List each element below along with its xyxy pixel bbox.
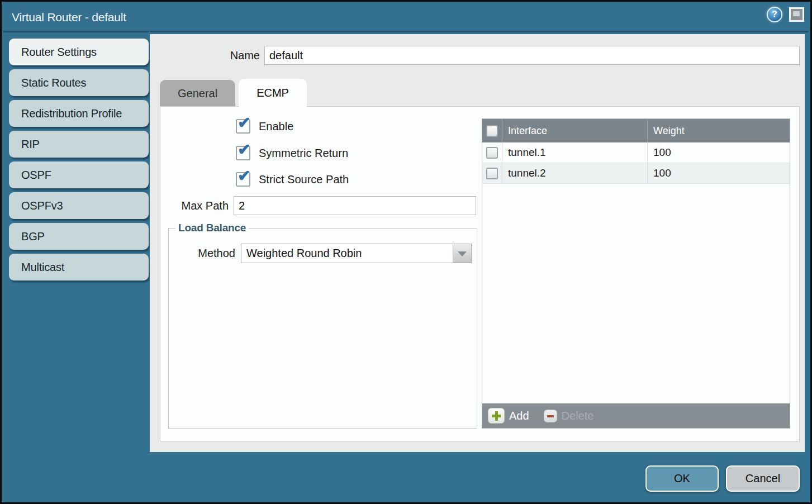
row-checkbox[interactable]	[486, 147, 498, 159]
sidebar: Router Settings Static Routes Redistribu…	[3, 34, 150, 501]
method-dropdown-button[interactable]	[453, 244, 471, 263]
window-restore-icon[interactable]	[789, 7, 804, 22]
sidebar-item-ospfv3[interactable]: OSPFv3	[9, 192, 149, 219]
sidebar-item-rip[interactable]: RIP	[9, 131, 149, 158]
max-path-input[interactable]	[234, 196, 476, 215]
window-restore-inner	[793, 11, 800, 16]
ok-button[interactable]: OK	[645, 465, 719, 492]
checkbox-checked-icon: ✔	[238, 168, 250, 184]
ecmp-panel: ✔ Enable ✔ Symmetric Return ✔ Strict Sou…	[160, 106, 800, 441]
max-path-label: Max Path	[160, 196, 229, 215]
load-balance-group: Load Balance Method Weighted Round Robin	[168, 228, 477, 429]
select-all-checkbox[interactable]	[486, 125, 498, 137]
tab-ecmp[interactable]: ECMP	[239, 79, 307, 107]
cancel-button[interactable]: Cancel	[726, 465, 800, 492]
cell-weight: 100	[648, 163, 790, 183]
title-bar: Virtual Router - default ?	[3, 3, 809, 32]
header-checkbox-cell	[482, 119, 502, 142]
add-button-label: Add	[509, 410, 529, 422]
table-toolbar: Add Delete	[482, 403, 790, 428]
method-selected-value: Weighted Round Robin	[246, 244, 362, 263]
name-label: Name	[150, 46, 260, 65]
load-balance-legend: Load Balance	[175, 222, 249, 234]
add-plus-icon	[488, 408, 505, 424]
column-header-weight[interactable]: Weight	[648, 119, 790, 142]
dialog-title: Virtual Router - default	[3, 11, 126, 24]
method-label: Method	[169, 244, 235, 263]
dropdown-arrow-icon	[458, 251, 467, 256]
row-checkbox[interactable]	[486, 168, 498, 179]
sidebar-item-redistribution-profile[interactable]: Redistribution Profile	[9, 100, 149, 127]
sidebar-item-bgp[interactable]: BGP	[9, 223, 149, 250]
sidebar-item-ospf[interactable]: OSPF	[9, 161, 149, 188]
checkbox-checked-icon: ✔	[238, 142, 250, 158]
interface-table: Interface Weight tunnel.1 100 tunnel.2 1…	[482, 118, 790, 429]
cell-weight: 100	[648, 142, 790, 163]
table-row[interactable]: tunnel.2 100	[482, 163, 790, 184]
delete-minus-icon	[544, 410, 557, 422]
virtual-router-dialog: Virtual Router - default ? Router Settin…	[0, 0, 812, 504]
help-icon[interactable]: ?	[767, 7, 782, 22]
delete-button-label: Delete	[562, 410, 594, 422]
symmetric-return-label: Symmetric Return	[259, 147, 348, 160]
name-input[interactable]	[264, 46, 800, 65]
strict-source-path-label: Strict Source Path	[259, 173, 349, 186]
enable-checkbox[interactable]: ✔	[236, 119, 250, 134]
column-header-interface[interactable]: Interface	[502, 119, 648, 142]
add-button[interactable]: Add	[488, 408, 529, 424]
delete-button[interactable]: Delete	[544, 410, 594, 422]
enable-label: Enable	[259, 120, 293, 133]
sidebar-item-multicast[interactable]: Multicast	[9, 254, 149, 280]
method-select[interactable]: Weighted Round Robin	[241, 244, 472, 263]
sidebar-item-router-settings[interactable]: Router Settings	[9, 39, 149, 65]
checkbox-checked-icon: ✔	[238, 115, 250, 131]
tab-bar: General ECMP	[160, 80, 307, 107]
content-area: Name General ECMP ✔ Enable ✔ Symmetric R…	[150, 34, 805, 452]
tab-general[interactable]: General	[160, 80, 235, 107]
sidebar-item-static-routes[interactable]: Static Routes	[9, 69, 149, 96]
table-header: Interface Weight	[482, 119, 790, 142]
strict-source-path-checkbox[interactable]: ✔	[236, 172, 250, 187]
cell-interface: tunnel.1	[502, 142, 648, 163]
symmetric-return-checkbox[interactable]: ✔	[236, 146, 250, 160]
table-row[interactable]: tunnel.1 100	[482, 142, 790, 163]
cell-interface: tunnel.2	[502, 163, 648, 183]
